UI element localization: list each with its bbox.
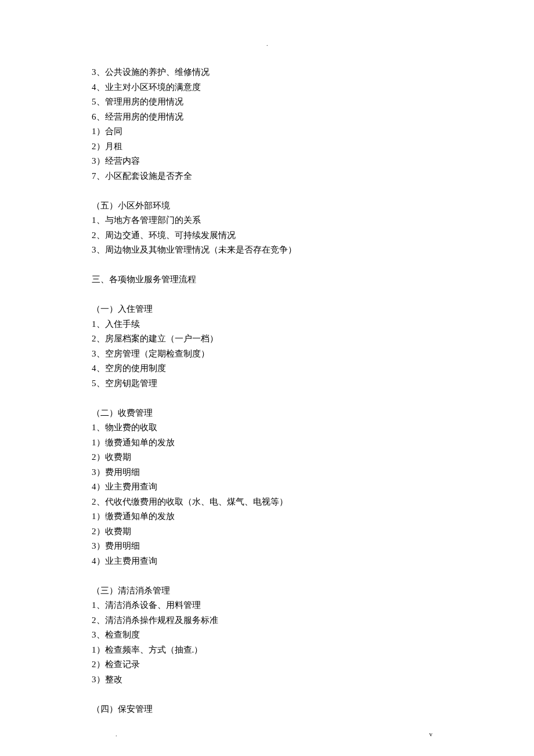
text-line: 4、业主对小区环境的满意度: [92, 80, 534, 95]
text-line: 1）缴费通知单的发放: [92, 435, 534, 451]
text-line: 1、物业费的收取: [92, 420, 534, 435]
text-line: 3、检查制度: [92, 628, 534, 643]
blank-line: [92, 687, 534, 702]
text-line: 2、代收代缴费用的收取（水、电、煤气、电视等）: [92, 495, 534, 510]
text-line: 5、管理用房的使用情况: [92, 95, 534, 110]
text-line: 4）业主费用查询: [92, 480, 534, 495]
text-line: 1、与地方各管理部门的关系: [92, 213, 534, 228]
text-line: 3、公共设施的养护、维修情况: [92, 65, 534, 80]
text-line: 3、周边物业及其物业管理情况（未来是否存在竞争）: [92, 243, 534, 258]
text-line: 3）费用明细: [92, 465, 534, 480]
text-line: 2）月租: [92, 139, 534, 154]
blank-line: [92, 258, 534, 273]
text-line: 2、周边交通、环境、可持续发展情况: [92, 228, 534, 243]
text-line: 1）合同: [92, 124, 534, 139]
text-line: 3）经营内容: [92, 154, 534, 169]
section-heading: （五）小区外部环境: [92, 199, 534, 214]
footer-page-marker: v: [430, 730, 433, 737]
text-line: 2、房屋档案的建立（一户一档）: [92, 332, 534, 347]
blank-line: [92, 391, 534, 406]
footer-dot: .: [116, 731, 117, 737]
text-line: 1、入住手续: [92, 317, 534, 332]
section-heading: 三、各项物业服务管理流程: [92, 272, 534, 287]
text-line: 3、空房管理（定期检查制度）: [92, 347, 534, 362]
text-line: 4）业主费用查询: [92, 554, 534, 569]
blank-line: [92, 287, 534, 303]
section-heading: （三）清洁消杀管理: [92, 584, 534, 599]
section-heading: （一）入住管理: [92, 302, 534, 317]
text-line: 7、小区配套设施是否齐全: [92, 169, 534, 184]
section-heading: （二）收费管理: [92, 406, 534, 421]
document-body: 3、公共设施的养护、维修情况 4、业主对小区环境的满意度 5、管理用房的使用情况…: [0, 0, 534, 717]
blank-line: [92, 183, 534, 199]
text-line: 1）缴费通知单的发放: [92, 509, 534, 524]
text-line: 3）整改: [92, 672, 534, 687]
text-line: 2）检查记录: [92, 657, 534, 672]
section-heading: （四）保安管理: [92, 702, 534, 717]
text-line: 5、空房钥匙管理: [92, 376, 534, 391]
text-line: 1、清洁消杀设备、用料管理: [92, 598, 534, 613]
text-line: 4、空房的使用制度: [92, 361, 534, 376]
header-dot: .: [266, 41, 268, 47]
text-line: 2）收费期: [92, 524, 534, 539]
text-line: 3）费用明细: [92, 539, 534, 554]
blank-line: [92, 568, 534, 584]
text-line: 6、经营用房的使用情况: [92, 110, 534, 125]
text-line: 2、清洁消杀操作规程及服务标准: [92, 613, 534, 628]
text-line: 1）检查频率、方式（抽查.）: [92, 643, 534, 658]
text-line: 2）收费期: [92, 450, 534, 465]
